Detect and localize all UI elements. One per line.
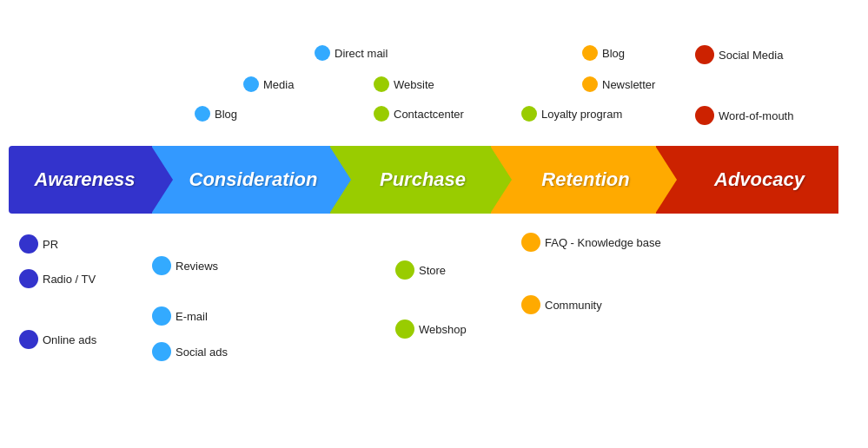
label-word-of-mouth: Word-of-mouth bbox=[695, 106, 793, 125]
segment-retention-label: Retention bbox=[541, 168, 629, 191]
segment-retention: Retention bbox=[491, 146, 656, 214]
text-store: Store bbox=[419, 264, 446, 277]
dot-radio-tv bbox=[19, 269, 38, 288]
segment-consideration: Consideration bbox=[152, 146, 330, 214]
label-online-ads: Online ads bbox=[19, 330, 96, 349]
label-blog-top: Blog bbox=[195, 106, 237, 122]
label-community: Community bbox=[521, 295, 602, 314]
page-container: Awareness Consideration Purchase Retenti… bbox=[0, 0, 868, 448]
dot-faq bbox=[521, 233, 540, 252]
dot-social-ads bbox=[152, 342, 171, 361]
label-radio-tv: Radio / TV bbox=[19, 269, 96, 288]
dot-online-ads bbox=[19, 330, 38, 349]
funnel: Awareness Consideration Purchase Retenti… bbox=[9, 146, 860, 214]
label-contactcenter: Contactcenter bbox=[374, 106, 464, 122]
label-reviews: Reviews bbox=[152, 256, 218, 275]
text-radio-tv: Radio / TV bbox=[43, 273, 96, 286]
segment-purchase: Purchase bbox=[330, 146, 491, 214]
dot-loyalty bbox=[521, 106, 537, 122]
dot-pr bbox=[19, 234, 38, 254]
label-newsletter: Newsletter bbox=[582, 76, 655, 92]
text-webshop: Webshop bbox=[419, 323, 467, 336]
label-social-media: Social Media bbox=[695, 45, 783, 64]
text-blog-right: Blog bbox=[602, 47, 625, 60]
dot-webshop bbox=[395, 320, 414, 339]
text-social-media: Social Media bbox=[719, 49, 783, 62]
dot-word-of-mouth bbox=[695, 106, 714, 125]
segment-advocacy-label: Advocacy bbox=[714, 168, 805, 191]
text-media: Media bbox=[263, 78, 294, 91]
label-webshop: Webshop bbox=[395, 320, 467, 339]
dot-website bbox=[374, 76, 389, 92]
text-email: E-mail bbox=[176, 310, 208, 323]
dot-email bbox=[152, 306, 171, 326]
dot-newsletter bbox=[582, 76, 598, 92]
text-word-of-mouth: Word-of-mouth bbox=[719, 109, 793, 122]
dot-social-media bbox=[695, 45, 714, 64]
label-website: Website bbox=[374, 76, 434, 92]
text-pr: PR bbox=[43, 238, 58, 251]
text-faq: FAQ - Knowledge base bbox=[545, 236, 661, 249]
text-online-ads: Online ads bbox=[43, 333, 96, 346]
label-loyalty: Loyalty program bbox=[521, 106, 622, 122]
text-direct-mail: Direct mail bbox=[335, 47, 388, 60]
label-faq: FAQ - Knowledge base bbox=[521, 233, 661, 252]
label-direct-mail: Direct mail bbox=[315, 45, 388, 61]
segment-purchase-label: Purchase bbox=[380, 168, 466, 191]
dot-media bbox=[243, 76, 259, 92]
text-newsletter: Newsletter bbox=[602, 78, 655, 91]
segment-awareness-label: Awareness bbox=[34, 168, 135, 191]
text-social-ads: Social ads bbox=[176, 346, 228, 359]
label-blog-right: Blog bbox=[582, 45, 625, 61]
text-reviews: Reviews bbox=[176, 260, 218, 273]
text-contactcenter: Contactcenter bbox=[394, 108, 464, 121]
dot-community bbox=[521, 295, 540, 314]
segment-advocacy: Advocacy bbox=[656, 146, 838, 214]
label-store: Store bbox=[395, 260, 446, 280]
segment-awareness: Awareness bbox=[9, 146, 152, 214]
text-blog-top: Blog bbox=[215, 108, 237, 121]
label-media: Media bbox=[243, 76, 294, 92]
text-website: Website bbox=[394, 78, 434, 91]
text-community: Community bbox=[545, 299, 602, 312]
label-social-ads: Social ads bbox=[152, 342, 228, 361]
dot-reviews bbox=[152, 256, 171, 275]
label-email: E-mail bbox=[152, 306, 208, 326]
dot-blog-top bbox=[195, 106, 210, 122]
dot-blog-right bbox=[582, 45, 598, 61]
label-pr: PR bbox=[19, 234, 58, 254]
dot-store bbox=[395, 260, 414, 280]
segment-consideration-label: Consideration bbox=[189, 168, 318, 191]
text-loyalty: Loyalty program bbox=[541, 108, 622, 121]
dot-contactcenter bbox=[374, 106, 389, 122]
dot-direct-mail bbox=[315, 45, 330, 61]
